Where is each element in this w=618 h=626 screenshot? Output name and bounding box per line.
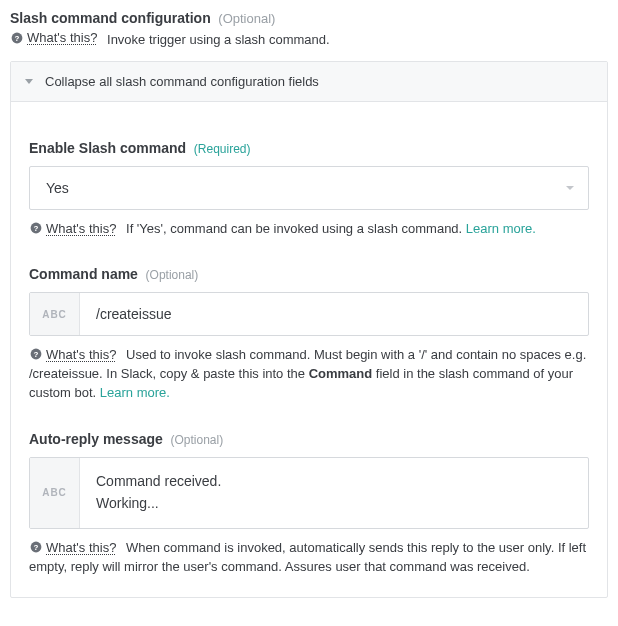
field-label-row: Enable Slash command (Required) (29, 140, 589, 156)
command-name-help-row: ? What's this? Used to invoke slash comm… (29, 346, 589, 403)
required-tag: (Required) (194, 142, 251, 156)
whats-this-link[interactable]: What's this? (46, 540, 116, 555)
svg-text:?: ? (14, 34, 19, 43)
enable-select[interactable]: Yes (29, 166, 589, 210)
enable-label: Enable Slash command (29, 140, 186, 156)
question-circle-icon: ? (29, 221, 42, 234)
help-inline: ? What's this? (10, 30, 97, 45)
chevron-down-icon (566, 186, 574, 190)
svg-text:?: ? (33, 224, 38, 233)
auto-reply-label: Auto-reply message (29, 431, 163, 447)
field-label-row: Command name (Optional) (29, 266, 589, 282)
optional-tag: (Optional) (170, 433, 223, 447)
section-help-text: Invoke trigger using a slash command. (107, 32, 330, 47)
config-panel: Collapse all slash command configuration… (10, 61, 608, 598)
auto-reply-textarea[interactable] (80, 458, 588, 528)
learn-more-link[interactable]: Learn more. (466, 221, 536, 236)
section-title: Slash command configuration (10, 10, 211, 26)
enable-select-value: Yes (46, 180, 69, 196)
field-label-row: Auto-reply message (Optional) (29, 431, 589, 447)
whats-this-link[interactable]: What's this? (46, 347, 116, 362)
question-circle-icon: ? (10, 31, 23, 44)
svg-text:?: ? (33, 543, 38, 552)
command-name-input-wrap: ABC (29, 292, 589, 336)
section-help-row: ? What's this? Invoke trigger using a sl… (10, 30, 608, 47)
command-name-label: Command name (29, 266, 138, 282)
auto-reply-input-wrap: ABC (29, 457, 589, 529)
collapse-all-header[interactable]: Collapse all slash command configuration… (11, 62, 607, 102)
section-header: Slash command configuration (Optional) ?… (10, 8, 608, 51)
chevron-down-icon (25, 79, 33, 84)
enable-slash-field: Enable Slash command (Required) Yes ? Wh… (29, 140, 589, 239)
question-circle-icon: ? (29, 348, 42, 361)
enable-help-text: If 'Yes', command can be invoked using a… (126, 221, 536, 236)
question-circle-icon: ? (29, 540, 42, 553)
command-name-input[interactable] (80, 293, 588, 335)
whats-this-link[interactable]: What's this? (46, 221, 116, 236)
learn-more-link[interactable]: Learn more. (100, 385, 170, 400)
whats-this-link[interactable]: What's this? (27, 30, 97, 45)
optional-tag: (Optional) (218, 11, 275, 26)
text-type-icon: ABC (30, 458, 80, 528)
auto-reply-field: Auto-reply message (Optional) ABC ? What… (29, 431, 589, 577)
text-type-icon: ABC (30, 293, 80, 335)
optional-tag: (Optional) (146, 268, 199, 282)
svg-text:?: ? (33, 350, 38, 359)
command-name-field: Command name (Optional) ABC ? What's thi… (29, 266, 589, 403)
collapse-all-label: Collapse all slash command configuration… (45, 74, 319, 89)
auto-reply-help-row: ? What's this? When command is invoked, … (29, 539, 589, 577)
panel-body: Enable Slash command (Required) Yes ? Wh… (11, 102, 607, 597)
enable-help-row: ? What's this? If 'Yes', command can be … (29, 220, 589, 239)
